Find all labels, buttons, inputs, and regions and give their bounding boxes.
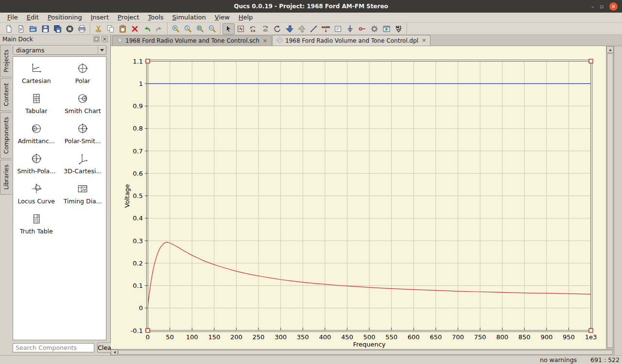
tab-schematic[interactable]: 1968 Ford Radio Volume and Tone Control.… (112, 35, 272, 46)
dock-tab-components[interactable]: Components (0, 112, 12, 159)
insert-port-icon[interactable] (356, 23, 368, 34)
vertical-scrollbar[interactable] (606, 46, 614, 349)
print-icon[interactable] (76, 23, 88, 34)
zoom-in-icon[interactable] (170, 23, 182, 34)
rotate-icon[interactable] (271, 23, 283, 34)
undo-icon[interactable] (141, 23, 153, 34)
component-category-select[interactable]: diagrams (13, 45, 106, 55)
diagram-list: Cartesian Polar 1225 Tabular Smith Chart (13, 56, 106, 340)
insert-text-icon[interactable] (332, 23, 344, 34)
scroll-up-icon[interactable] (606, 46, 614, 53)
simulate-gear-icon[interactable] (368, 23, 380, 34)
menu-help[interactable]: Help (234, 13, 258, 22)
resize-handle[interactable] (589, 59, 593, 63)
diagram-item-cartesian[interactable]: Cartesian (13, 63, 60, 84)
svg-text:0.4: 0.4 (133, 215, 143, 222)
maximize-button[interactable]: ▫ (600, 4, 604, 9)
dock-tab-content[interactable]: Content (0, 78, 12, 111)
insert-wire-icon[interactable] (308, 23, 320, 34)
zoom-out-icon[interactable] (206, 23, 218, 34)
dock-float-icon[interactable] (93, 36, 100, 42)
copy-icon[interactable] (104, 23, 117, 34)
diagram-item-tabular[interactable]: 1225 Tabular (13, 93, 60, 115)
svg-text:1.1: 1.1 (133, 58, 143, 65)
menu-project[interactable]: Project (113, 13, 144, 22)
resize-handle[interactable] (146, 329, 150, 332)
diagram-item-smith-chart[interactable]: Smith Chart (60, 93, 106, 115)
insert-ground-icon[interactable] (344, 23, 356, 34)
diagram-item-timing-dia-[interactable]: 0 1 2 Timing Dia... (60, 183, 106, 205)
smith-diagram-icon (77, 93, 88, 106)
resize-handle[interactable] (589, 329, 593, 332)
search-components-input[interactable] (13, 343, 94, 352)
mirror-y-axis-icon[interactable]: db (259, 23, 271, 34)
align-top-icon[interactable] (295, 23, 308, 34)
qucs-file-icon (117, 37, 123, 45)
svg-text:b: b (266, 28, 268, 33)
document-area: 1968 Ford Radio Volume and Tone Control.… (111, 35, 622, 355)
svg-text:450: 450 (341, 333, 353, 341)
document-viewport: 0501001502002503003504004505005506006507… (111, 46, 614, 355)
svg-text:250: 250 (253, 333, 265, 341)
diagram-item-smith-pola-[interactable]: Smith-Pola... (13, 153, 60, 175)
menu-file[interactable]: File (3, 13, 22, 22)
insert-wire-label-icon[interactable]: NAME (320, 23, 332, 34)
diagram-item-admittanc-[interactable]: Admittanc... (13, 123, 60, 145)
edit-component-properties-icon[interactable] (235, 23, 247, 34)
menu-edit[interactable]: Edit (22, 13, 43, 22)
paste-icon[interactable] (117, 23, 129, 34)
titlebar[interactable]: Qucs 0.0.19 - Project: 1968 Ford AM-FM S… (0, 0, 622, 13)
menu-tools[interactable]: Tools (144, 13, 168, 22)
diagram-item-polar-smit-[interactable]: Polar-Smit... (60, 123, 106, 145)
combo-dropdown-icon[interactable] (98, 46, 106, 54)
zoom-1-1-icon[interactable]: 1 (182, 23, 194, 34)
close-document-icon[interactable] (64, 23, 76, 34)
horizontal-scrollbar[interactable] (111, 349, 614, 355)
resize-handle[interactable] (146, 59, 150, 63)
scroll-left-icon[interactable] (111, 349, 118, 355)
svg-text:800: 800 (496, 333, 508, 341)
data-display-canvas[interactable]: 0501001502002503003504004505005506006507… (111, 46, 606, 349)
close-button[interactable]: ✕ (609, 2, 618, 11)
dock-header[interactable]: Main Dock (0, 35, 110, 43)
main-area: Main Dock ProjectsContentComponentsLibra… (0, 35, 622, 355)
toolbar-group: dbNAMEM1 (221, 23, 407, 35)
select-icon[interactable] (223, 23, 235, 34)
menu-positioning[interactable]: Positioning (43, 13, 86, 22)
save-all-icon[interactable] (52, 23, 64, 34)
new-text-document-icon[interactable] (15, 23, 27, 34)
menu-view[interactable]: View (210, 13, 234, 22)
new-document-icon[interactable] (3, 23, 15, 34)
set-marker-icon[interactable]: M1 (393, 23, 405, 34)
menu-insert[interactable]: Insert (86, 13, 113, 22)
view-data-display-icon[interactable] (380, 23, 393, 34)
dock-close-icon[interactable] (102, 36, 108, 42)
diagram-item-locus-curve[interactable]: Locus Curve (13, 183, 60, 205)
horizontal-scroll-thumb[interactable] (118, 350, 613, 355)
diagram-item-3d-cartesi-[interactable]: 3D-Cartesi... (60, 153, 106, 175)
cut-icon[interactable] (92, 23, 104, 34)
diagram-item-polar[interactable]: Polar (60, 63, 106, 84)
dock-title: Main Dock (2, 36, 91, 43)
svg-text:0.7: 0.7 (133, 148, 143, 155)
redo-icon[interactable] (153, 23, 165, 34)
tab-close-icon[interactable]: ✕ (262, 38, 267, 44)
open-file-icon[interactable] (27, 23, 39, 34)
delete-icon[interactable] (129, 23, 141, 34)
dock-tab-libraries[interactable]: Libraries (0, 160, 12, 195)
dock-tab-projects[interactable]: Projects (0, 45, 12, 77)
toolbar-group (90, 23, 168, 35)
tab-close-icon[interactable]: ✕ (421, 37, 426, 44)
menu-simulation[interactable]: Simulation (168, 13, 210, 22)
deactivate-component-icon[interactable] (283, 23, 295, 34)
mirror-x-axis-icon[interactable] (247, 23, 259, 34)
vertical-scroll-thumb[interactable] (607, 53, 613, 348)
minimize-button[interactable]: – (591, 4, 594, 9)
tab-data-display[interactable]: 1968 Ford Radio Volume and Tone Control.… (272, 35, 431, 46)
zoom-fit-icon[interactable] (194, 23, 206, 34)
admittance-smith-diagram-icon (31, 123, 42, 136)
svg-text:1: 1 (139, 80, 143, 87)
diagram-item-truth-table[interactable]: a001010 Truth Table (13, 213, 60, 235)
save-icon[interactable] (39, 23, 52, 34)
svg-text:50: 50 (166, 333, 174, 341)
